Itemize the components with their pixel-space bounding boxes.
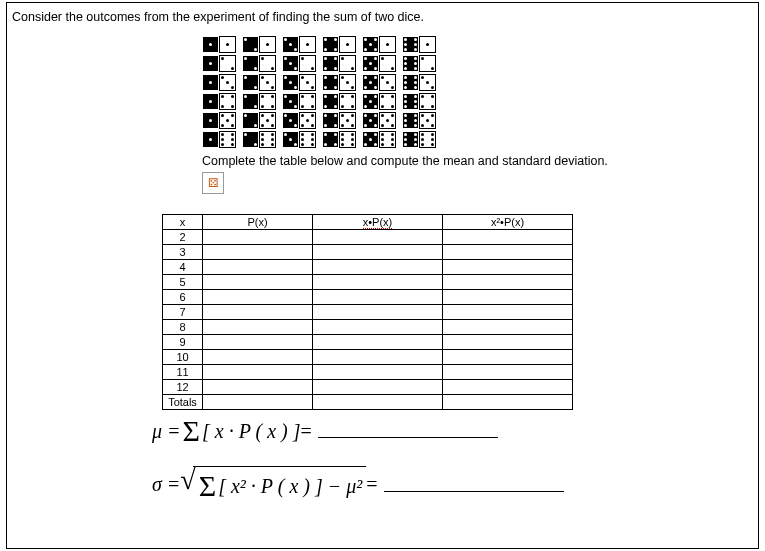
die-5 [362,131,379,148]
die-pair [242,36,276,53]
die-6 [339,131,356,148]
die-1 [202,74,219,91]
die-pair [202,112,236,129]
die-1 [202,36,219,53]
die-6 [299,131,316,148]
die-2 [219,55,236,72]
die-pair [202,36,236,53]
die-pair [242,55,276,72]
die-3 [379,74,396,91]
die-2 [242,74,259,91]
die-1 [379,36,396,53]
die-pair [362,36,396,53]
die-6 [259,131,276,148]
die-3 [299,74,316,91]
die-4 [322,36,339,53]
die-pair [402,55,436,72]
die-pair [322,112,356,129]
die-pair [282,112,316,129]
die-2 [242,112,259,129]
die-pair [282,131,316,148]
die-5 [259,112,276,129]
die-1 [339,36,356,53]
die-pair [282,36,316,53]
die-pair [402,93,436,110]
die-2 [419,55,436,72]
die-5 [379,112,396,129]
die-6 [402,36,419,53]
die-3 [282,74,299,91]
die-2 [299,55,316,72]
die-3 [259,74,276,91]
die-3 [419,74,436,91]
die-3 [219,74,236,91]
die-2 [339,55,356,72]
die-pair [242,74,276,91]
die-5 [362,74,379,91]
die-1 [202,112,219,129]
die-5 [419,112,436,129]
die-4 [322,55,339,72]
die-5 [362,112,379,129]
die-6 [402,93,419,110]
die-4 [219,93,236,110]
die-pair [202,93,236,110]
die-pair [322,36,356,53]
die-5 [362,36,379,53]
die-6 [402,112,419,129]
die-pair [282,74,316,91]
die-6 [402,55,419,72]
die-4 [322,131,339,148]
die-pair [402,112,436,129]
die-pair [362,93,396,110]
die-6 [379,131,396,148]
die-pair [242,112,276,129]
die-1 [299,36,316,53]
die-pair [242,131,276,148]
die-pair [362,74,396,91]
die-2 [259,55,276,72]
die-6 [419,131,436,148]
die-pair [282,55,316,72]
die-pair [242,93,276,110]
die-4 [322,93,339,110]
die-4 [259,93,276,110]
die-3 [282,55,299,72]
die-pair [322,131,356,148]
die-4 [322,74,339,91]
die-pair [202,74,236,91]
die-2 [242,36,259,53]
die-pair [402,74,436,91]
die-1 [419,36,436,53]
die-5 [362,55,379,72]
die-3 [282,131,299,148]
die-3 [339,74,356,91]
die-pair [322,74,356,91]
die-6 [219,131,236,148]
die-pair [402,131,436,148]
die-2 [242,93,259,110]
die-4 [419,93,436,110]
die-3 [282,36,299,53]
die-1 [202,93,219,110]
die-pair [402,36,436,53]
die-pair [362,131,396,148]
die-pair [202,131,236,148]
die-3 [282,112,299,129]
die-5 [339,112,356,129]
die-1 [219,36,236,53]
die-pair [282,93,316,110]
die-pair [322,55,356,72]
die-5 [362,93,379,110]
die-4 [322,112,339,129]
die-4 [379,93,396,110]
die-5 [219,112,236,129]
die-2 [242,131,259,148]
die-3 [282,93,299,110]
die-6 [402,74,419,91]
die-5 [299,112,316,129]
die-4 [299,93,316,110]
die-pair [362,55,396,72]
die-1 [202,131,219,148]
die-1 [259,36,276,53]
